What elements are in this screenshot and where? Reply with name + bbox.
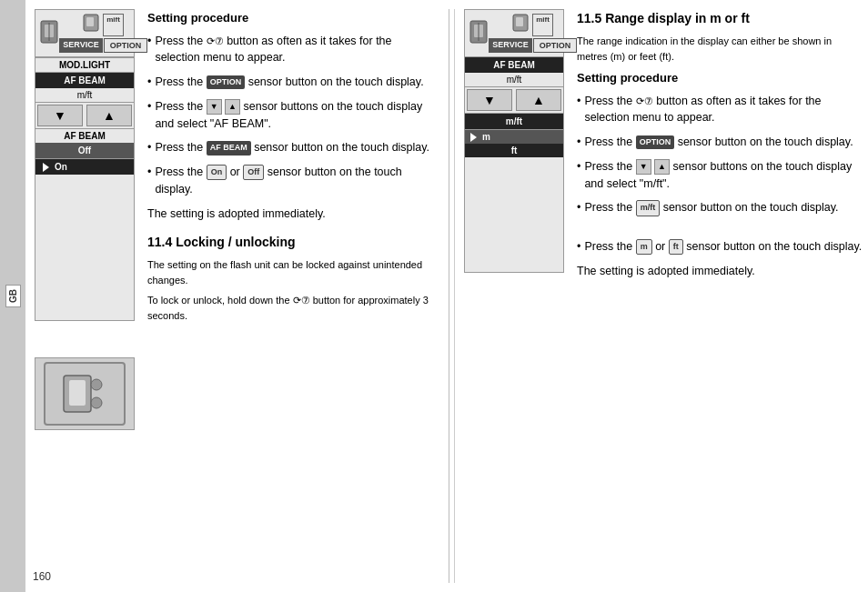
off-inline-btn: Off [243,165,264,181]
device-panel-left: mift SERVICE OPTION MOD.LIGHT AF BEAM [35,9,135,321]
triangle-indicator-right [470,133,477,142]
flash-icon-small-right [512,14,530,36]
svg-rect-4 [86,17,94,26]
bullet-2-left: • Press the OPTION sensor button on the … [147,74,435,91]
mft2-dark-row: m/ft [465,114,563,130]
m-inline-btn: m [636,239,652,256]
ft-inline-btn: ft [669,239,683,256]
main-content: mift SERVICE OPTION MOD.LIGHT AF BEAM [25,0,868,592]
section-11-4-text1: The setting on the flash unit can be loc… [147,257,435,287]
section-11-4-text2: To lock or unlock, hold down the ⟳⑦ butt… [147,293,435,323]
af-beam-label-left: AF BEAM [35,129,134,143]
setting-procedure-title-right: Setting procedure [577,69,863,87]
lower-device-inner-left [44,362,126,426]
adopted-text-left: The setting is adopted immediately. [147,206,435,223]
up-arrow-btn-left[interactable]: ▲ [86,105,132,126]
svg-point-7 [91,379,102,390]
adopted-text-right: The setting is adopted immediately. [577,263,863,280]
arrows-row-right: ▼ ▲ [465,87,563,114]
mift-badge-right: mift [532,14,553,36]
off-row: Off [35,143,134,159]
down-arrow-btn-left[interactable]: ▼ [37,105,83,126]
page-number: 160 [33,570,51,583]
flash-icon-right [469,19,489,47]
top-icons-row-left: mift SERVICE OPTION [35,10,134,57]
service-btn-left: SERVICE [59,38,103,53]
bullet-4-right: • Press the m/ft sensor button on the to… [577,199,863,216]
top-icons-row-right: mift SERVICE OPTION [465,10,563,57]
mift-badge: mift [103,14,124,36]
right-text-content: 11.5 Range display in m or ft The range … [564,9,863,280]
svg-point-8 [91,397,102,408]
arrow-inline-r3: ▼ [636,159,651,176]
service-btn-right: SERVICE [489,38,532,53]
afbeam-inline-btn: AF BEAM [207,141,251,156]
flash-icon-small [83,14,101,36]
mft-row-left: m/ft [35,88,134,103]
lower-left-section [35,339,435,430]
up-arrow-btn-right[interactable]: ▲ [516,89,561,111]
lower-device-left [35,357,135,430]
right-top-section: mift SERVICE OPTION AF BEAM m/ft [464,9,863,280]
bullet-1-left: • Press the ⟳⑦ button as often as it tak… [147,33,435,67]
arrow-inline-l3: ▼ [207,99,222,115]
manual-page: GB [0,0,868,592]
gap-spacer [577,224,863,238]
down-arrow-btn-right[interactable]: ▼ [467,89,512,111]
svg-rect-13 [516,17,523,26]
flash-icon-left [39,19,59,47]
icon-rotate-right: ⟳⑦ [636,95,653,106]
mft-inline-btn: m/ft [636,200,661,216]
bullet-2-right: • Press the OPTION sensor button on the … [577,134,863,151]
on-label: On [55,162,67,172]
option-inline-btn-l2: OPTION [207,75,246,90]
bullet-5-right: • Press the m or ft sensor button on the… [577,238,863,256]
m-row: m [465,130,563,144]
option-inline-btn-r2: OPTION [636,135,675,150]
lower-device-svg [62,371,107,416]
arrow-up-inline-l3: ▲ [225,99,240,115]
mod-light-row: MOD.LIGHT [35,57,134,73]
section-11-5-title: 11.5 Range display in m or ft [577,9,863,28]
on-inline-btn: On [207,165,227,181]
intro-text-right: The range indication in the display can … [577,34,863,64]
right-section: mift SERVICE OPTION AF BEAM m/ft [454,9,868,583]
arrow-up-inline-r3: ▲ [654,159,670,176]
bullet-4-left: • Press the AF BEAM sensor button on the… [147,139,435,156]
af-beam-row-right: AF BEAM [465,57,563,73]
on-row: On [35,159,134,175]
bullet-5-left: • Press the On or Off sensor button on t… [147,164,435,198]
svg-rect-6 [69,380,86,406]
icon-rotate-left: ⟳⑦ [207,35,224,46]
left-top-section: mift SERVICE OPTION MOD.LIGHT AF BEAM [35,9,435,328]
bullet-3-left: • Press the ▼ ▲ sensor buttons on the to… [147,98,435,133]
af-beam-dark-row: AF BEAM [35,73,134,88]
triangle-indicator [43,163,49,172]
column-divider [449,9,449,583]
m-label: m [482,132,490,142]
arrows-row-left: ▼ ▲ [35,103,134,129]
bullet-1-right: • Press the ⟳⑦ button as often as it tak… [577,93,863,127]
device-panel-right: mift SERVICE OPTION AF BEAM m/ft [464,9,564,273]
setting-procedure-title-left: Setting procedure [147,9,435,27]
gb-tab: GB [0,0,25,592]
bullet-3-right: • Press the ▼ ▲ sensor buttons on the to… [577,158,863,193]
section-11-4-title: 11.4 Locking / unlocking [147,233,435,252]
ft-row: ft [465,144,563,157]
mft-row-right: m/ft [465,73,563,87]
gb-label: GB [5,285,21,307]
left-section: mift SERVICE OPTION MOD.LIGHT AF BEAM [25,9,444,583]
left-text-content: Setting procedure • Press the ⟳⑦ button … [135,9,435,328]
